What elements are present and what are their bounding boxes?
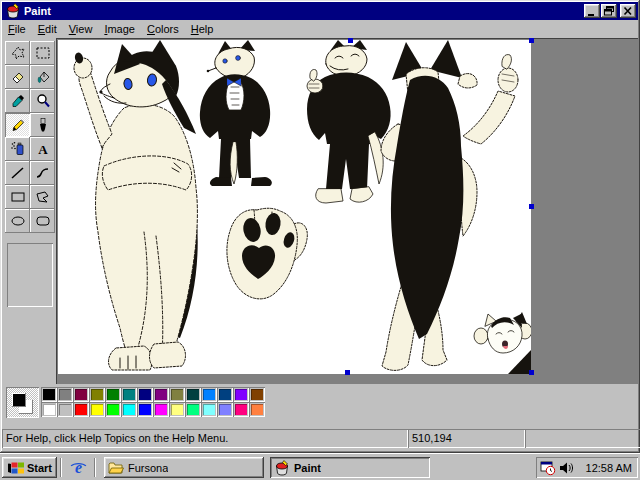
menu-help[interactable]: Help (185, 21, 220, 37)
minimize-button[interactable] (584, 4, 600, 18)
svg-text:e: e (74, 459, 81, 476)
title-bar: Paint (2, 2, 638, 20)
close-button[interactable] (620, 4, 636, 18)
color-swatch-80ffff[interactable] (201, 402, 217, 417)
artwork-front-view (74, 40, 198, 370)
tool-airbrush[interactable] (5, 137, 30, 161)
tray-icons (540, 460, 574, 476)
color-swatch-000080[interactable] (137, 387, 153, 402)
tool-pick-color[interactable] (5, 89, 30, 113)
color-swatch-004080[interactable] (217, 387, 233, 402)
canvas-handle-right-middle[interactable] (529, 204, 534, 209)
svg-text:A: A (38, 142, 48, 157)
menu-colors[interactable]: Colors (141, 21, 185, 37)
tool-text[interactable]: A (30, 137, 55, 161)
color-swatch-c0c0c0[interactable] (57, 402, 73, 417)
menu-edit[interactable]: Edit (32, 21, 63, 37)
color-swatch-00ffff[interactable] (121, 402, 137, 417)
canvas-handle-top-right[interactable] (529, 38, 534, 43)
task-scheduler-tray-icon[interactable] (540, 460, 556, 476)
taskbar: Start e FursonaPaint 12:58 AM (0, 453, 640, 480)
folder-icon (108, 460, 124, 476)
color-swatch-800080[interactable] (153, 387, 169, 402)
color-swatch-0000ff[interactable] (137, 402, 153, 417)
color-swatch-808040[interactable] (169, 387, 185, 402)
tool-panel: A (2, 38, 56, 384)
drawing-canvas[interactable] (58, 40, 531, 374)
canvas-workspace (56, 38, 638, 384)
artwork-fursona-reference (58, 40, 531, 374)
canvas-handle-bottom-right[interactable] (529, 370, 534, 375)
tool-curve[interactable] (30, 161, 55, 185)
color-swatch-00ff80[interactable] (185, 402, 201, 417)
status-cursor-position: 510,194 (408, 429, 525, 448)
paint-app-icon (5, 3, 21, 19)
color-swatch-8000ff[interactable] (233, 387, 249, 402)
main-area: A (2, 38, 638, 384)
taskbar-separator (60, 458, 63, 477)
tool-pencil[interactable] (5, 113, 30, 137)
swatch-row-1 (41, 387, 265, 402)
tool-options-box[interactable] (7, 243, 53, 307)
windows-logo-icon (7, 461, 25, 475)
artwork-face-doodle (474, 312, 531, 374)
menu-file[interactable]: File (2, 21, 32, 37)
tool-ellipse[interactable] (5, 209, 30, 233)
tool-rounded-rectangle[interactable] (30, 209, 55, 233)
foreground-color-swatch (12, 393, 26, 407)
color-swatch-8080ff[interactable] (217, 402, 233, 417)
system-tray: 12:58 AM (536, 457, 638, 478)
tool-eraser[interactable] (5, 65, 30, 89)
tool-select[interactable] (30, 41, 55, 65)
tool-free-form-select[interactable] (5, 41, 30, 65)
color-swatch-ffff00[interactable] (89, 402, 105, 417)
volume-tray-icon[interactable] (558, 460, 574, 476)
color-swatch-800040[interactable] (73, 387, 89, 402)
color-swatch-0080ff[interactable] (201, 387, 217, 402)
swatch-row-2 (41, 402, 265, 417)
color-swatch-008000[interactable] (105, 387, 121, 402)
desktop: Paint FileEditViewImageColorsHelp A (0, 0, 640, 480)
tool-rectangle[interactable] (5, 185, 30, 209)
paint-icon (274, 460, 290, 476)
color-swatch-808080[interactable] (57, 387, 73, 402)
start-button[interactable]: Start (2, 457, 57, 478)
color-swatch-000000[interactable] (41, 387, 57, 402)
tool-brush[interactable] (30, 113, 55, 137)
color-swatch-808000[interactable] (89, 387, 105, 402)
canvas-handle-bottom-middle[interactable] (345, 370, 350, 375)
taskbar-window-fursona[interactable]: Fursona (104, 457, 264, 478)
status-bar: For Help, click Help Topics on the Help … (2, 426, 638, 451)
internet-explorer-icon[interactable]: e (70, 459, 87, 476)
tool-line[interactable] (5, 161, 30, 185)
color-swatch-ffffff[interactable] (41, 402, 57, 417)
color-swatch-004040[interactable] (185, 387, 201, 402)
status-selection-size (525, 429, 640, 448)
status-help-text: For Help, click Help Topics on the Help … (2, 429, 408, 448)
color-swatch-804000[interactable] (249, 387, 265, 402)
color-swatch-ff8040[interactable] (249, 402, 265, 417)
color-swatch-00ff00[interactable] (105, 402, 121, 417)
color-swatch-ff0000[interactable] (73, 402, 89, 417)
artwork-clothed-view (307, 40, 391, 203)
tool-magnifier[interactable] (30, 89, 55, 113)
color-swatches (41, 387, 265, 417)
color-swatch-ff00ff[interactable] (153, 402, 169, 417)
color-swatch-ffff80[interactable] (169, 402, 185, 417)
color-swatch-ff0080[interactable] (233, 402, 249, 417)
taskbar-window-label: Fursona (128, 462, 168, 474)
canvas-handle-top-middle[interactable] (348, 38, 353, 43)
tool-grid: A (5, 41, 55, 233)
taskbar-window-paint[interactable]: Paint (270, 457, 430, 478)
tool-polygon[interactable] (30, 185, 55, 209)
tray-clock[interactable]: 12:58 AM (576, 462, 632, 474)
taskbar-window-label: Paint (294, 462, 321, 474)
menu-image[interactable]: Image (98, 21, 141, 37)
menu-view[interactable]: View (63, 21, 99, 37)
quick-launch: e (66, 458, 90, 477)
restore-button[interactable] (601, 4, 617, 18)
taskbar-separator (94, 458, 97, 477)
paint-window: Paint FileEditViewImageColorsHelp A (0, 0, 640, 453)
color-swatch-008080[interactable] (121, 387, 137, 402)
tool-fill-with-color[interactable] (30, 65, 55, 89)
